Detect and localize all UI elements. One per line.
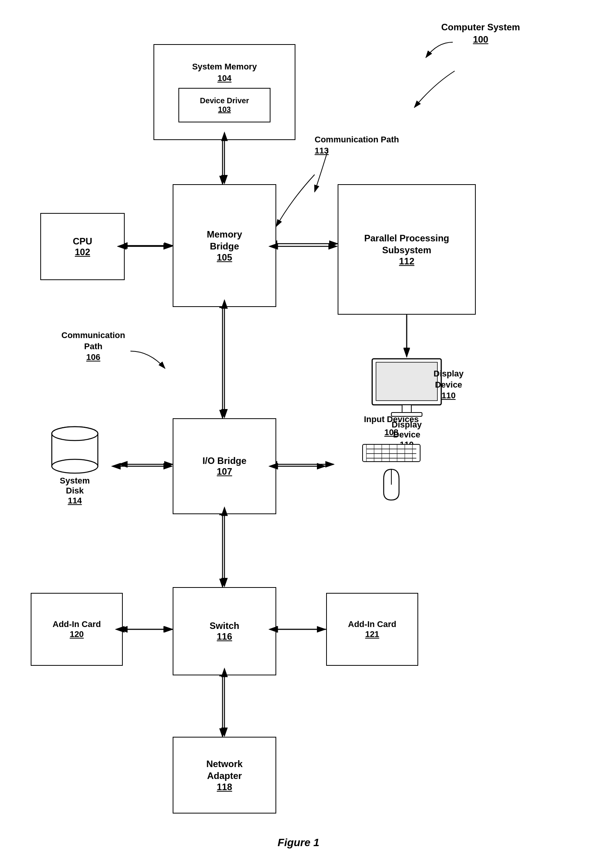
system-memory-box: System Memory 104 Device Driver 103 [153,44,295,140]
system-disk-num: 114 [31,496,119,506]
comm-path-106-arrow [127,345,173,376]
cpu-label: CPU [73,236,92,247]
system-memory-label: System Memory [192,62,257,72]
add-in-card-120-label: Add-In Card [53,619,101,629]
network-adapter-box: NetworkAdapter 118 [173,737,276,814]
computer-system-arrow [422,38,460,61]
svg-rect-17 [402,405,411,413]
svg-point-22 [52,459,98,473]
comm-path-106-label: Communication Path 106 [61,330,125,363]
add-in-card-120-box: Add-In Card 120 [31,593,123,666]
input-devices-label: Input Devices [326,414,457,424]
display-device-float-label: Display Device 110 [434,368,463,401]
switch-label: Switch [209,620,239,631]
disk-icon [46,422,104,476]
network-adapter-label: NetworkAdapter [206,758,243,782]
device-driver-box: Device Driver 103 [178,88,270,122]
add-in-card-121-num: 121 [365,629,379,639]
add-in-card-120-num: 120 [70,629,84,639]
diagram-container: Computer System 100 System Memory 104 De… [0,0,597,868]
network-adapter-num: 118 [217,782,232,792]
keyboard-icon [361,441,422,464]
add-in-card-121-box: Add-In Card 121 [326,593,418,666]
parallel-processing-num: 112 [399,256,414,267]
svg-rect-24 [363,444,420,462]
memory-bridge-num: 105 [217,252,232,263]
input-devices-num: 108 [326,427,457,437]
figure-caption: Figure 1 [0,837,597,849]
device-driver-label: Device Driver [200,96,249,105]
io-bridge-num: 107 [217,466,232,477]
parallel-processing-label: Parallel ProcessingSubsystem [364,232,449,256]
add-in-card-121-label: Add-In Card [348,619,396,629]
io-bridge-box: I/O Bridge 107 [173,418,276,514]
mouse-icon [380,467,403,502]
svg-point-23 [52,427,98,441]
comm-path-113-arrow [307,146,338,196]
cpu-box: CPU 102 [40,213,125,280]
parallel-processing-box: Parallel ProcessingSubsystem 112 [338,184,476,315]
system-memory-num: 104 [218,73,232,83]
system-disk-label2: Disk [31,486,119,496]
cpu-num: 102 [75,247,90,257]
io-bridge-label: I/O Bridge [203,455,247,466]
system-disk-area: System Disk 114 [31,422,119,506]
switch-num: 116 [217,631,232,642]
switch-box: Switch 116 [173,587,276,675]
svg-rect-16 [376,362,437,401]
system-disk-label: System [31,476,119,486]
input-devices-area: Input Devices 108 [326,414,457,503]
device-driver-num: 103 [218,105,231,114]
memory-bridge-label: MemoryBridge [207,228,242,252]
memory-bridge-box: MemoryBridge 105 [173,184,276,307]
